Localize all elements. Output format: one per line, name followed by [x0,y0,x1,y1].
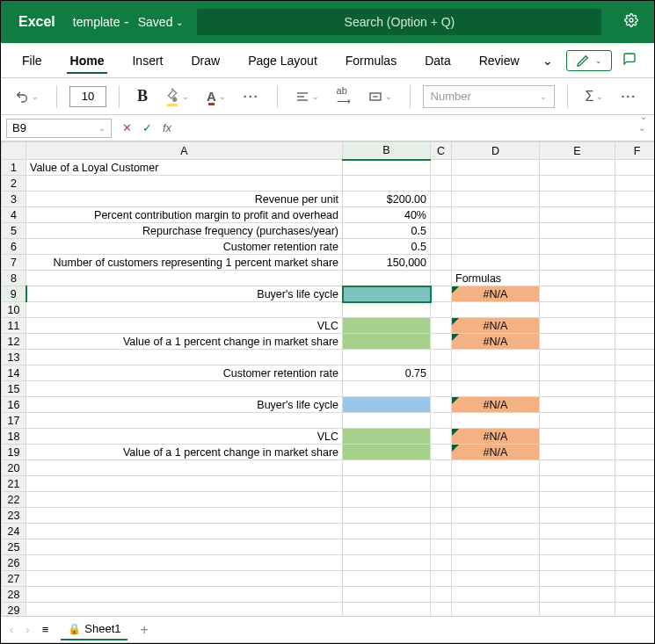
cell-B23[interactable] [343,508,431,524]
cell-F20[interactable] [615,460,655,476]
cell-C9[interactable] [431,286,452,302]
cell-D19[interactable]: #N/A [452,445,540,460]
cell-F5[interactable] [615,223,655,239]
cell-C16[interactable] [431,397,452,413]
cell-A14[interactable]: Customer retention rate [26,365,343,381]
cell-F14[interactable] [615,365,655,381]
row-header[interactable]: 21 [2,476,26,492]
cell-B6[interactable]: 0.5 [343,239,431,255]
cell-D28[interactable] [452,587,540,603]
cell-B22[interactable] [343,492,431,508]
cell-D10[interactable] [452,302,540,318]
cell-A2[interactable] [26,176,343,192]
cell-F28[interactable] [615,587,655,603]
cell-A21[interactable] [26,476,343,492]
tab-page-layout[interactable]: Page Layout [234,43,331,77]
cell-B4[interactable]: 40% [343,207,431,223]
cell-B13[interactable] [343,350,431,365]
enter-button[interactable]: ✓ [137,121,157,134]
cell-D24[interactable] [452,524,540,539]
cell-A9[interactable]: Buyer's life cycle [26,286,343,302]
font-color-button[interactable]: A ⌄ [201,85,231,107]
cell-B11[interactable] [343,318,431,334]
cell-B21[interactable] [343,476,431,492]
cell-C22[interactable] [431,492,452,508]
cell-A5[interactable]: Repurchase frequency (purchases/year) [26,223,343,239]
bold-button[interactable]: B [132,83,153,109]
cell-D7[interactable] [452,255,540,271]
align-button[interactable]: ⌄ [290,86,324,107]
row-header[interactable]: 20 [2,460,26,476]
cell-C5[interactable] [431,223,452,239]
tabs-overflow-icon[interactable]: ⌄ [534,54,562,68]
cell-A15[interactable] [26,381,343,397]
cell-B24[interactable] [343,524,431,539]
cell-A17[interactable] [26,413,343,429]
more-commands-button[interactable]: ··· [615,86,642,107]
select-all-cell[interactable] [2,142,26,160]
chevron-down-icon[interactable]: ⌄ [176,18,183,27]
cell-A3[interactable]: Revenue per unit [26,192,343,207]
cell-E29[interactable] [540,603,615,617]
cell-F22[interactable] [615,492,655,508]
cell-D9[interactable]: #N/A [452,286,540,302]
cell-C7[interactable] [431,255,452,271]
cell-C17[interactable] [431,413,452,429]
cell-F18[interactable] [615,429,655,445]
cell-F21[interactable] [615,476,655,492]
cell-B27[interactable] [343,571,431,587]
ribbon-expand-icon[interactable]: ⌄ [640,112,647,121]
tab-draw[interactable]: Draw [177,43,234,77]
cell-A11[interactable]: VLC [26,318,343,334]
row-header[interactable]: 24 [2,524,26,539]
col-header-E[interactable]: E [540,142,615,160]
cell-B25[interactable] [343,539,431,555]
cell-C11[interactable] [431,318,452,334]
cell-C20[interactable] [431,460,452,476]
name-box[interactable]: B9 ⌄ [6,119,112,138]
cell-F11[interactable] [615,318,655,334]
cell-E9[interactable] [540,286,615,302]
grid[interactable]: ABCDEF 1Value of a Loyal Customer23Reven… [1,141,654,616]
cell-D22[interactable] [452,492,540,508]
cell-E5[interactable] [540,223,615,239]
row-header[interactable]: 10 [2,302,26,318]
undo-button[interactable]: ⌄ [10,86,44,107]
col-header-C[interactable]: C [431,142,452,160]
cell-B15[interactable] [343,381,431,397]
cell-B12[interactable] [343,334,431,350]
cell-B8[interactable] [343,271,431,286]
cell-D14[interactable] [452,365,540,381]
cell-E20[interactable] [540,460,615,476]
formula-expand-icon[interactable]: ⌄ [630,123,654,133]
cell-E1[interactable] [540,160,615,176]
cell-C3[interactable] [431,192,452,207]
cell-D26[interactable] [452,555,540,571]
cell-C23[interactable] [431,508,452,524]
cell-A7[interactable]: Number of customers representing 1 perce… [26,255,343,271]
cell-A29[interactable] [26,603,343,617]
row-header[interactable]: 14 [2,365,26,381]
cell-D13[interactable] [452,350,540,365]
row-header[interactable]: 11 [2,318,26,334]
cell-B1[interactable] [343,160,431,176]
cell-A16[interactable]: Buyer's life cycle [26,397,343,413]
cell-B26[interactable] [343,555,431,571]
cell-E23[interactable] [540,508,615,524]
row-header[interactable]: 5 [2,223,26,239]
cell-F16[interactable] [615,397,655,413]
cell-E12[interactable] [540,334,615,350]
cell-C4[interactable] [431,207,452,223]
cell-D6[interactable] [452,239,540,255]
cell-D16[interactable]: #N/A [452,397,540,413]
cell-C25[interactable] [431,539,452,555]
cell-C8[interactable] [431,271,452,286]
cell-E22[interactable] [540,492,615,508]
cell-E25[interactable] [540,539,615,555]
row-header[interactable]: 9 [2,286,26,302]
col-header-D[interactable]: D [452,142,540,160]
cell-D15[interactable] [452,381,540,397]
cell-E16[interactable] [540,397,615,413]
row-header[interactable]: 22 [2,492,26,508]
font-size-input[interactable] [69,86,106,107]
